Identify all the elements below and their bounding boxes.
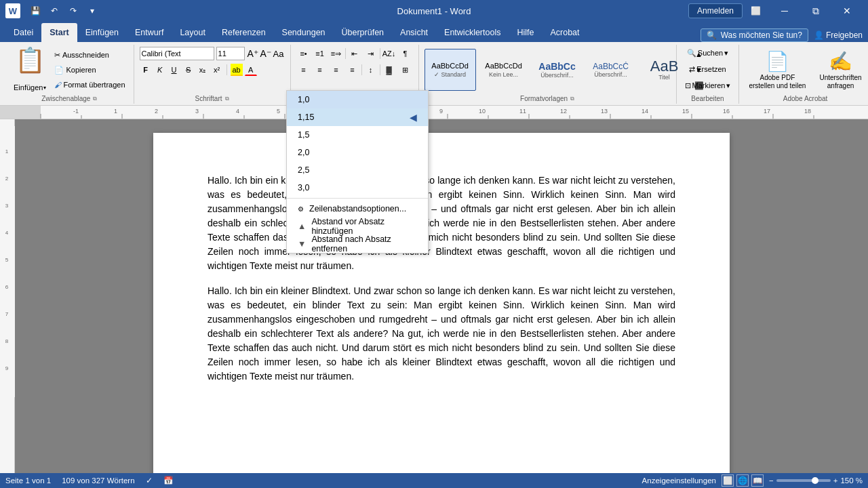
linespacing-item-3-0[interactable]: 3,0 xyxy=(287,179,428,197)
zoom-level[interactable]: 150 % xyxy=(840,476,863,485)
font-name-input[interactable] xyxy=(140,47,214,60)
indent-btn[interactable]: ⇥ xyxy=(363,46,378,61)
underline-button[interactable]: U xyxy=(168,64,180,76)
tab-entwurf[interactable]: Entwurf xyxy=(127,23,172,42)
display-settings-label[interactable]: Anzeigeeinstellungen xyxy=(642,476,716,485)
linespacing-item-1-5[interactable]: 1,5 xyxy=(287,126,428,144)
search-icon: 🔍 xyxy=(707,30,717,40)
adobe-pdf-button[interactable]: 📄 Adobe PDFerstellen und teilen xyxy=(745,49,810,90)
linespacing-options-item[interactable]: ⚙ Zeilenabstandsoptionen... xyxy=(287,200,428,218)
increase-font-btn[interactable]: A⁺ xyxy=(247,47,259,60)
justify-btn[interactable]: ≡ xyxy=(345,62,360,77)
outdent-btn[interactable]: ⇤ xyxy=(347,46,362,61)
highlight-btn[interactable]: ab xyxy=(231,64,243,76)
styles-label: Formatvorlagen ⧉ xyxy=(425,94,671,102)
style-uberschrift1[interactable]: AaBbCc Überschrif... xyxy=(532,49,583,91)
copy-button[interactable]: 📄 Kopieren xyxy=(52,63,127,77)
word-app-icon: W xyxy=(5,3,20,18)
italic-button[interactable]: K xyxy=(154,64,166,76)
search-help-box[interactable]: 🔍 Was möchten Sie tun? xyxy=(701,28,808,42)
tab-acrobat[interactable]: Acrobat xyxy=(542,23,587,42)
paste-button[interactable]: 📋 Einfügen ▾ xyxy=(11,47,49,93)
numbering-btn[interactable]: ≡1 xyxy=(313,46,328,61)
linespacing-btn[interactable]: ↕ xyxy=(363,62,378,77)
zoom-in-icon[interactable]: + xyxy=(833,476,838,485)
redo-quick-btn[interactable]: ↷ xyxy=(65,3,81,19)
zoom-control[interactable]: − + 150 % xyxy=(769,476,863,485)
subscript-button[interactable]: x₂ xyxy=(197,64,209,76)
document-scroll[interactable]: Hallo. Ich bin ein kleiner Blindtext. Un… xyxy=(15,119,868,473)
format-painter-button[interactable]: 🖌 Format übertragen xyxy=(52,78,127,92)
font-color-btn[interactable]: A xyxy=(245,64,257,76)
styles-expand-icon[interactable]: ⧉ xyxy=(570,96,574,102)
strikethrough-button[interactable]: S xyxy=(182,64,195,76)
font-size-input[interactable] xyxy=(216,47,245,60)
calendar-icon[interactable]: 📅 xyxy=(163,476,173,485)
font-expand-icon[interactable]: ⧉ xyxy=(225,96,229,102)
linespacing-item-1-0[interactable]: 1,0 xyxy=(287,91,428,108)
paragraph-2[interactable]: Hallo. Ich bin ein kleiner Blindtext. Un… xyxy=(208,284,675,384)
marks-btn[interactable]: ¶ xyxy=(398,46,413,61)
sign-request-button[interactable]: ✍ Unterschriftenanfragen xyxy=(815,49,865,90)
document-page[interactable]: Hallo. Ich bin ein kleiner Blindtext. Un… xyxy=(153,133,730,473)
read-view-btn[interactable]: 📖 xyxy=(751,474,764,487)
account-button[interactable]: Anmelden xyxy=(688,3,743,18)
shading-btn[interactable]: ▓ xyxy=(382,62,397,77)
close-btn[interactable]: ✕ xyxy=(831,0,863,22)
tab-datei[interactable]: Datei xyxy=(5,23,41,42)
search-button[interactable]: 🔍 Suchen ▾ xyxy=(684,46,731,60)
save-quick-btn[interactable]: 💾 xyxy=(27,3,43,19)
tab-einfuegen[interactable]: Einfügen xyxy=(77,23,127,42)
clipboard-expand-icon[interactable]: ⧉ xyxy=(93,96,97,102)
superscript-button[interactable]: x² xyxy=(211,64,223,76)
spelling-check-icon[interactable]: ✓ xyxy=(146,476,153,485)
linespacing-item-1-15[interactable]: 1,15 ◀ xyxy=(287,108,428,126)
maximize-btn[interactable]: ⧉ xyxy=(800,0,831,22)
undo-quick-btn[interactable]: ↶ xyxy=(46,3,62,19)
tab-referenzen[interactable]: Referenzen xyxy=(214,23,274,42)
bullets-btn[interactable]: ≡• xyxy=(296,46,311,61)
align-center-btn[interactable]: ≡ xyxy=(313,62,328,77)
word-count[interactable]: 109 von 327 Wörtern xyxy=(62,476,134,485)
tab-sendungen[interactable]: Sendungen xyxy=(274,23,334,42)
tab-layout[interactable]: Layout xyxy=(172,23,214,42)
multilevel-btn[interactable]: ≡⇒ xyxy=(329,46,344,61)
bold-button[interactable]: F xyxy=(140,64,152,76)
mark-button[interactable]: ⊡ Markieren ▾ xyxy=(682,79,734,92)
linespacing-value-3-0: 3,0 xyxy=(298,183,309,192)
paragraph-1[interactable]: Hallo. Ich bin ein kleiner Blindtext. Un… xyxy=(208,174,675,273)
add-space-before-item[interactable]: ▲ Abstand vor Absatz hinzufügen xyxy=(287,218,428,235)
change-case-btn[interactable]: Aa xyxy=(273,47,285,60)
zoom-out-icon[interactable]: − xyxy=(769,476,774,485)
print-view-btn[interactable]: ⬜ xyxy=(722,474,734,487)
style-uberschrift2[interactable]: AaBbCcĊ Überschrif... xyxy=(585,49,637,91)
customize-quick-btn[interactable]: ▾ xyxy=(84,3,100,19)
restore-window-btn[interactable]: ⬜ xyxy=(751,6,761,16)
minimize-btn[interactable]: ─ xyxy=(769,0,800,22)
borders-btn[interactable]: ⊞ xyxy=(398,62,413,77)
svg-rect-1 xyxy=(41,106,868,119)
title-bar: W 💾 ↶ ↷ ▾ Dokument1 - Word Anmelden ⬜ ─ … xyxy=(0,0,868,22)
tab-entwickler[interactable]: Entwicklertools xyxy=(436,23,509,42)
style-standard[interactable]: AaBbCcDd ✓ Standard xyxy=(425,49,476,91)
sort-btn[interactable]: AZ↓ xyxy=(382,46,397,61)
style-kein-lee[interactable]: AaBbCcDd Kein Lee... xyxy=(478,49,530,91)
tab-start[interactable]: Start xyxy=(41,23,77,42)
linespacing-item-2-5[interactable]: 2,5 xyxy=(287,161,428,179)
decrease-font-btn[interactable]: A⁻ xyxy=(260,47,272,60)
align-left-btn[interactable]: ≡ xyxy=(296,62,311,77)
zoom-slider[interactable] xyxy=(776,479,831,482)
linespacing-item-2-0[interactable]: 2,0 xyxy=(287,144,428,161)
clipboard-label: Zwischenablage ⧉ xyxy=(11,94,128,102)
tab-hilfe[interactable]: Hilfe xyxy=(509,23,542,42)
adobe-pdf-label: Adobe PDFerstellen und teilen xyxy=(749,74,806,90)
cut-button[interactable]: ✂ Ausschneiden xyxy=(52,48,127,62)
tab-ueberpruef[interactable]: Überprüfen xyxy=(334,23,393,42)
remove-space-after-item[interactable]: ▼ Abstand nach Absatz entfernen xyxy=(287,235,428,253)
page-indicator[interactable]: Seite 1 von 1 xyxy=(5,476,51,485)
web-view-btn[interactable]: 🌐 xyxy=(736,474,749,487)
replace-button[interactable]: ⇄ Ersetzen xyxy=(686,62,728,76)
tab-ansicht[interactable]: Ansicht xyxy=(392,23,436,42)
share-button[interactable]: 👤 Freigeben xyxy=(814,30,863,40)
align-right-btn[interactable]: ≡ xyxy=(329,62,344,77)
